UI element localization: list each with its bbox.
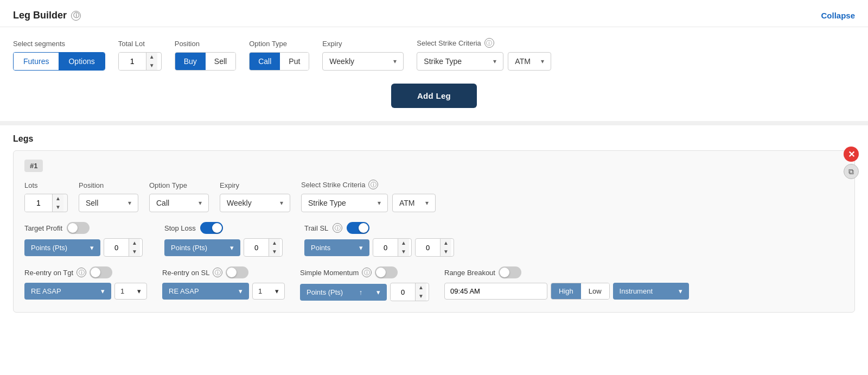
leg-strike-type-chevron-icon: ▾ [378,199,381,207]
options-segment-button[interactable]: Options [59,53,104,70]
leg-atm-value: ATM [399,199,415,207]
simple-momentum-info-icon[interactable]: ⓘ [362,268,372,277]
stop-loss-pts-dropdown[interactable]: Points (Pts) ▾ [164,239,240,256]
stop-loss-input[interactable] [244,240,269,256]
simple-momentum-pts-dropdown[interactable]: Points (Pts) ↑ ▾ [300,284,387,301]
segment-toggle[interactable]: Futures Options [13,52,105,71]
total-lot-label: Total Lot [118,40,162,48]
leg-lot-decrement-button[interactable]: ▼ [53,203,63,212]
leg-expiry-dropdown[interactable]: Weekly ▾ [220,194,290,212]
stop-loss-pts-label: Points (Pts) [171,244,207,252]
stop-loss-label: Stop Loss [164,224,196,232]
range-breakout-toggle[interactable] [499,266,521,278]
reentry-tgt-toggle[interactable] [90,266,112,278]
reentry-tgt-count-dropdown[interactable]: 1 ▾ [114,283,147,300]
trail-sl-toggle[interactable] [347,222,369,234]
expiry-dropdown[interactable]: Weekly ▾ [322,52,404,71]
call-option-button[interactable]: Call [250,53,280,70]
reentry-tgt-count-value: 1 [120,287,124,295]
page-title: Leg Builder [13,10,67,21]
trail-sl-decrement1-button[interactable]: ▼ [398,247,409,256]
reentry-sl-count-dropdown[interactable]: 1 ▾ [252,283,285,300]
option-type-label: Option Type [249,40,309,48]
leg-position-value: Sell [86,199,98,207]
option-type-toggle[interactable]: Call Put [249,52,309,71]
reentry-sl-info-icon[interactable]: ⓘ [213,268,222,277]
target-profit-toggle[interactable] [67,222,90,234]
put-option-button[interactable]: Put [280,53,309,70]
leg-card: ✕ ⧉ #1 Lots ▲ ▼ [13,150,855,313]
range-breakout-time-input[interactable] [444,283,547,300]
target-profit-pts-label: Points (Pts) [31,244,67,252]
target-profit-decrement-button[interactable]: ▼ [129,247,140,256]
reentry-tgt-label: Re-entry on Tgt [24,269,73,277]
reentry-sl-count-chevron-icon: ▾ [275,287,279,295]
select-segments-label: Select segments [13,40,105,48]
simple-momentum-decrement-button[interactable]: ▼ [416,292,426,301]
leg-position-dropdown[interactable]: Sell ▾ [79,194,138,212]
expiry-label: Expiry [322,40,404,48]
simple-momentum-input[interactable] [391,284,415,300]
trail-sl-increment2-button[interactable]: ▲ [441,239,451,247]
reentry-tgt-value: RE ASAP [31,287,61,295]
leg-atm-dropdown[interactable]: ATM ▾ [392,194,436,212]
copy-leg-button[interactable]: ⧉ [844,164,859,179]
atm-dropdown[interactable]: ATM ▾ [508,52,551,71]
simple-momentum-pts-label: Points (Pts) [307,288,343,296]
stop-loss-increment-button[interactable]: ▲ [269,239,280,247]
leg-option-type-dropdown[interactable]: Call ▾ [149,194,209,212]
buy-position-button[interactable]: Buy [175,53,206,70]
strike-type-value: Strike Type [424,57,462,66]
reentry-tgt-chevron-icon: ▾ [101,287,105,295]
trail-sl-input2[interactable] [416,240,440,256]
trail-sl-pts-dropdown[interactable]: Points ▾ [304,239,369,256]
leg-lots-input[interactable] [25,194,52,212]
instrument-dropdown[interactable]: Instrument ▾ [613,283,689,300]
strike-type-dropdown[interactable]: Strike Type ▾ [417,52,503,71]
reentry-sl-dropdown[interactable]: RE ASAP ▾ [162,283,249,300]
stop-loss-input-wrapper: ▲ ▼ [244,238,283,257]
add-leg-button[interactable]: Add Leg [391,84,477,108]
leg-lot-increment-button[interactable]: ▲ [53,194,63,203]
legs-title: Legs [13,134,855,144]
target-profit-input-wrapper: ▲ ▼ [104,238,143,257]
sell-position-button[interactable]: Sell [206,53,235,70]
simple-momentum-label: Simple Momentum [300,269,359,277]
target-profit-pts-dropdown[interactable]: Points (Pts) ▾ [24,239,100,256]
high-button[interactable]: High [551,283,581,299]
trail-sl-info-icon[interactable]: ⓘ [333,223,342,233]
futures-segment-button[interactable]: Futures [14,53,59,70]
leg-expiry-label: Expiry [220,181,290,189]
leg-strike-criteria-info-icon[interactable]: ⓘ [368,180,378,189]
reentry-sl-toggle[interactable] [226,266,248,278]
low-button[interactable]: Low [581,283,609,299]
hl-toggle[interactable]: High Low [551,283,610,300]
stop-loss-toggle[interactable] [200,222,223,234]
trail-sl-input1[interactable] [373,240,398,256]
close-leg-button[interactable]: ✕ [844,147,859,162]
reentry-tgt-info-icon[interactable]: ⓘ [76,268,86,277]
leg-lots-label: Lots [24,181,68,189]
trail-sl-decrement2-button[interactable]: ▼ [441,247,451,256]
reentry-tgt-count-chevron-icon: ▾ [137,287,141,295]
simple-momentum-increment-button[interactable]: ▲ [416,283,426,292]
leg-strike-type-value: Strike Type [308,199,346,207]
leg-builder-info-icon[interactable]: ⓘ [71,11,81,21]
stop-loss-decrement-button[interactable]: ▼ [269,247,280,256]
lot-increment-button[interactable]: ▲ [146,53,157,61]
target-profit-increment-button[interactable]: ▲ [129,239,140,247]
trail-sl-increment1-button[interactable]: ▲ [398,239,409,247]
range-breakout-label: Range Breakout [444,269,495,277]
strike-type-chevron-icon: ▾ [493,58,496,65]
target-profit-input[interactable] [104,240,129,256]
reentry-tgt-dropdown[interactable]: RE ASAP ▾ [24,283,111,300]
leg-expiry-value: Weekly [227,199,252,207]
simple-momentum-toggle[interactable] [375,266,398,278]
total-lot-input[interactable] [119,53,146,70]
lot-decrement-button[interactable]: ▼ [146,61,157,70]
collapse-button[interactable]: Collapse [821,11,855,20]
strike-criteria-info-icon[interactable]: ⓘ [484,38,494,48]
leg-strike-type-dropdown[interactable]: Strike Type ▾ [301,194,388,212]
position-toggle[interactable]: Buy Sell [175,52,236,71]
reentry-sl-chevron-icon: ▾ [239,287,242,295]
